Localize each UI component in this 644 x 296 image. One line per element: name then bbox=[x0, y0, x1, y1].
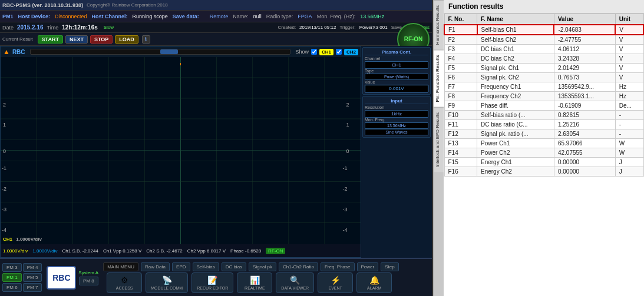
recur-editor-icon: 📝 bbox=[207, 275, 217, 285]
raw-data-tab[interactable]: Raw Data bbox=[141, 262, 170, 271]
svg-text:-3: -3 bbox=[2, 207, 6, 212]
signal-pk-tab[interactable]: Signal pk bbox=[249, 262, 276, 271]
table-row[interactable]: F6Signal pk. Ch20.76573V bbox=[444, 73, 643, 82]
pm3-tab[interactable]: PM 3 bbox=[2, 263, 22, 272]
vertical-tabs: Harmonics Results Plr: Function Results … bbox=[433, 0, 444, 296]
channel-row: Channel CH1 bbox=[365, 56, 428, 69]
cell-fname: Self-bias ratio (... bbox=[477, 111, 554, 120]
scrollbar[interactable] bbox=[30, 49, 291, 55]
show-label: Show bbox=[295, 49, 309, 55]
svg-text:-2: -2 bbox=[2, 186, 6, 192]
table-row[interactable]: F14Power Ch242.07555W bbox=[444, 148, 643, 158]
table-row[interactable]: F16Energy Ch20.00000J bbox=[444, 167, 643, 177]
time-value: 12h:12m:16s bbox=[62, 24, 98, 31]
cell-fname: Self-bias Ch1 bbox=[477, 25, 554, 35]
cell-unit: V bbox=[615, 73, 643, 82]
bottom-left-tabs: PM 3 PM 4 PM 1 PM 5 PM 6 PM 7 bbox=[2, 263, 42, 292]
pm7-tab[interactable]: PM 7 bbox=[23, 283, 42, 292]
alarm-button[interactable]: 🔔 ALARM bbox=[356, 272, 392, 293]
cell-unit: V bbox=[615, 54, 643, 64]
next-button[interactable]: NEXT bbox=[65, 35, 88, 44]
table-row[interactable]: F7Frequency Ch113569542.9...Hz bbox=[444, 82, 643, 92]
data-viewer-button[interactable]: 🔍 DATA VIEWER bbox=[276, 272, 314, 293]
function-results-title: Function results bbox=[444, 0, 644, 14]
table-row[interactable]: F9Phase diff.-0.61909De... bbox=[444, 101, 643, 111]
pm4-tab[interactable]: PM 4 bbox=[23, 263, 42, 272]
table-row[interactable]: F15Energy Ch10.00000J bbox=[444, 158, 643, 167]
vtab-harmonics[interactable]: Harmonics Results bbox=[434, 0, 444, 49]
table-row[interactable]: F5Signal pk. Ch12.01429V bbox=[444, 64, 643, 73]
load-button[interactable]: LOAD bbox=[115, 35, 138, 44]
pm8-tab[interactable]: PM 8 bbox=[79, 277, 98, 285]
event-button[interactable]: ⚡ EVENT bbox=[318, 272, 353, 293]
ch1-checkbox[interactable] bbox=[311, 49, 317, 55]
cell-fname: Frequency Ch2 bbox=[477, 92, 554, 101]
grid-area: 2 1 0 -1 -2 -3 -4 2 1 0 -1 -2 -3 -4 bbox=[1, 57, 361, 244]
system-info: System A PM 8 bbox=[78, 270, 98, 285]
menu-area: MAIN MENU Raw Data EPD Self-bias DC bias… bbox=[101, 262, 430, 293]
cell-fno: F9 bbox=[444, 101, 477, 111]
table-row[interactable]: F4DC bias Ch23.24328V bbox=[444, 54, 643, 64]
epd-tab[interactable]: EPD bbox=[172, 262, 190, 271]
date-value: 2015.2.16 bbox=[17, 24, 44, 31]
module-comm-label: MODULE COMM bbox=[151, 286, 183, 290]
table-row[interactable]: F10Self-bias ratio (...0.82615- bbox=[444, 111, 643, 120]
date-label: Date bbox=[2, 25, 14, 31]
cell-value: 1.25216 bbox=[554, 120, 615, 129]
channel-value[interactable]: CH1 bbox=[365, 61, 428, 69]
table-row[interactable]: F8Frequency Ch213535593.1...Hz bbox=[444, 92, 643, 101]
ch1-sb-info: Ch1 S.B. -2.0244 bbox=[62, 248, 98, 254]
info-bar: PM1 Host Device: Disconnected Host Chann… bbox=[0, 11, 432, 22]
power-tab[interactable]: Power bbox=[357, 262, 379, 271]
name-label: Name: bbox=[233, 14, 249, 19]
start-button[interactable]: START bbox=[38, 35, 63, 44]
cell-fname: DC bias Ch1 bbox=[477, 45, 554, 54]
info-icon[interactable]: ℹ bbox=[142, 35, 150, 44]
pm6-tab[interactable]: PM 6 bbox=[2, 283, 22, 292]
cell-value: 0.76573 bbox=[554, 73, 615, 82]
value-value[interactable]: 0.001V bbox=[365, 85, 428, 92]
self-bias-tab[interactable]: Self-bias bbox=[193, 262, 219, 271]
cell-fname: Energy Ch1 bbox=[477, 158, 554, 167]
vtab-function[interactable]: Plr: Function Results bbox=[434, 49, 444, 107]
alarm-label: ALARM bbox=[367, 286, 381, 290]
left-panel: RBC-PSMS (ver. 2018.10.31.938) Copyright… bbox=[0, 0, 433, 296]
vtab-interlock[interactable]: Interlock and EPD Results bbox=[434, 107, 444, 172]
pm5-tab[interactable]: PM 5 bbox=[23, 273, 42, 282]
table-row[interactable]: F2Self-bias Ch2-2.47755V bbox=[444, 35, 643, 45]
waveform-area: ▲ RBC Show CH1 CH2 bbox=[0, 46, 432, 258]
ch1-ch2-ratio-tab[interactable]: Ch1-Ch2 Ratio bbox=[279, 262, 318, 271]
cell-fname: Signal pk. Ch1 bbox=[477, 64, 554, 73]
realtime-icon: 📊 bbox=[250, 275, 260, 285]
freq-phase-tab[interactable]: Freq. Phase bbox=[321, 262, 355, 271]
cell-unit: J bbox=[615, 167, 643, 177]
sine-waves-row: Sine Waves bbox=[365, 129, 428, 135]
resolution-value[interactable]: 1kHz bbox=[365, 110, 428, 118]
access-button[interactable]: ⚙ ACCESS bbox=[107, 272, 142, 293]
cell-value: 0.82615 bbox=[554, 111, 615, 120]
table-row[interactable]: F13Power Ch165.97066W bbox=[444, 139, 643, 148]
slow-indicator: Slow bbox=[104, 25, 114, 30]
sine-waves-value[interactable]: Sine Waves bbox=[365, 129, 428, 135]
cell-value: 3.24328 bbox=[554, 54, 615, 64]
ch2-checkbox[interactable] bbox=[336, 49, 342, 55]
type-value[interactable]: Power(Watts) bbox=[365, 74, 428, 80]
stop-button[interactable]: STOP bbox=[90, 35, 113, 44]
step-tab[interactable]: Step bbox=[381, 262, 398, 271]
pm1-tab[interactable]: PM 1 bbox=[2, 273, 22, 282]
table-row[interactable]: F3DC bias Ch14.06112V bbox=[444, 45, 643, 54]
realtime-button[interactable]: 📊 REALTIME bbox=[237, 272, 272, 293]
table-row[interactable]: F11DC bias ratio (C...1.25216- bbox=[444, 120, 643, 129]
cell-fname: Power Ch1 bbox=[477, 139, 554, 148]
recur-editor-button[interactable]: 📝 RECUR EDITOR bbox=[191, 272, 233, 293]
event-label: EVENT bbox=[329, 286, 342, 290]
cell-fname: Signal pk. ratio (... bbox=[477, 129, 554, 139]
dc-bias-tab[interactable]: DC bias bbox=[222, 262, 246, 271]
table-row[interactable]: F1Self-bias Ch1-2.04683V bbox=[444, 25, 643, 35]
right-panel: Harmonics Results Plr: Function Results … bbox=[433, 0, 644, 296]
save-data-label: Save data: bbox=[173, 14, 199, 19]
table-row[interactable]: F12Signal pk. ratio (...2.63054- bbox=[444, 129, 643, 139]
module-comm-button[interactable]: 📡 MODULE COMM bbox=[146, 272, 188, 293]
mon-freq-side-value[interactable]: 13.56MHz bbox=[365, 122, 428, 129]
name-value: null bbox=[253, 14, 262, 19]
